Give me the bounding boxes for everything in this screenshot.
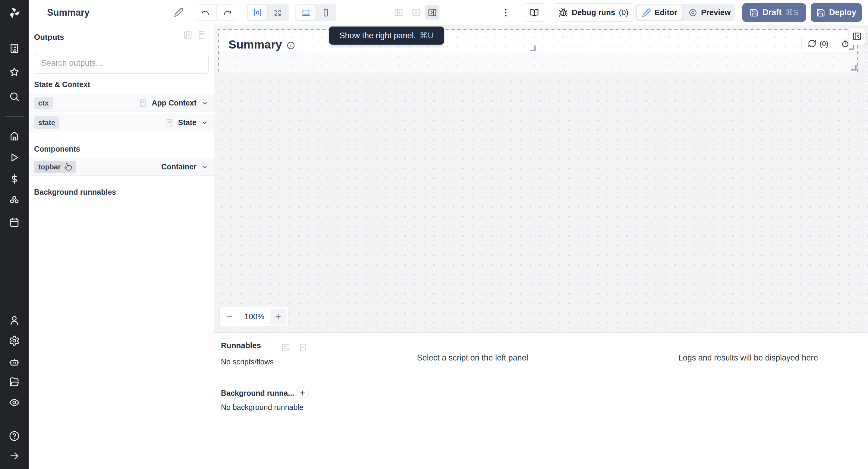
runs-play-icon[interactable]	[9, 152, 20, 163]
fullwidth-button[interactable]	[268, 5, 287, 20]
outputs-doc-icon[interactable]	[197, 30, 206, 39]
runnables-doc-icon[interactable]	[299, 343, 307, 352]
tab-preview[interactable]: Preview	[683, 5, 736, 20]
collapse-outputs-panel-icon[interactable]	[183, 30, 192, 39]
user-icon[interactable]	[9, 315, 20, 326]
topbar-badge[interactable]: topbar	[34, 161, 76, 173]
zoom-in-button[interactable]	[270, 309, 287, 324]
save-icon	[749, 8, 758, 17]
runnables-title: Runnables	[221, 341, 261, 350]
chevron-down-icon[interactable]	[201, 119, 209, 127]
output-row-ctx[interactable]: ctx App Context	[29, 94, 214, 112]
edit-title-pencil-icon[interactable]	[174, 7, 184, 17]
toggle-bottom-panel-button[interactable]	[409, 5, 424, 20]
ctx-type-label: App Context	[152, 99, 196, 107]
deploy-button[interactable]: Deploy	[811, 3, 862, 22]
toggle-right-panel-button[interactable]	[425, 5, 439, 20]
laptop-icon	[301, 8, 310, 17]
no-background-text: No background runnable	[221, 403, 304, 412]
bug-icon	[558, 8, 568, 18]
ctx-badge[interactable]: ctx	[34, 97, 53, 110]
circle-dot-icon	[688, 8, 698, 17]
state-type-label: State	[178, 118, 196, 127]
more-menu-button[interactable]	[500, 7, 511, 19]
deploy-label: Deploy	[829, 8, 856, 17]
search-outputs-input[interactable]	[34, 53, 209, 73]
draft-label: Draft	[763, 8, 781, 17]
background-runnables-label: Background runnables	[34, 188, 116, 196]
alignment-group	[247, 4, 289, 21]
chevron-down-icon[interactable]	[201, 99, 209, 107]
windmill-logo-icon[interactable]	[7, 6, 21, 20]
desktop-view-button[interactable]	[296, 5, 315, 20]
settings-gear-icon[interactable]	[9, 335, 20, 346]
canvas-zoom-control: 100%	[219, 307, 289, 326]
debug-runs-label: Debug runs	[572, 8, 615, 17]
undo-icon	[201, 8, 210, 17]
panel-right-icon	[428, 8, 437, 17]
audit-eye-icon[interactable]	[9, 397, 20, 408]
help-icon[interactable]	[9, 430, 20, 442]
undo-button[interactable]	[194, 5, 216, 20]
chevron-down-icon[interactable]	[201, 163, 209, 171]
resources-boxes-icon[interactable]	[9, 195, 20, 206]
open-right-panel-button[interactable]	[848, 28, 866, 45]
components-label: Components	[34, 145, 80, 153]
tooltip-shortcut: ⌘U	[420, 31, 434, 40]
tooltip-text: Show the right panel.	[339, 31, 416, 40]
home-icon[interactable]	[9, 130, 20, 142]
toggle-left-panel-button[interactable]	[391, 5, 406, 20]
minus-icon	[225, 313, 233, 321]
mobile-view-button[interactable]	[316, 5, 336, 20]
output-row-state[interactable]: state State	[29, 114, 214, 131]
tab-editor[interactable]: Editor	[637, 5, 683, 20]
search-icon[interactable]	[9, 91, 20, 102]
variables-dollar-icon[interactable]	[9, 173, 20, 184]
debug-runs-button[interactable]: Debug runs (0)	[553, 3, 634, 22]
folders-icon[interactable]	[9, 376, 20, 387]
select-script-hint: Select a script on the left panel	[317, 353, 628, 363]
zoom-out-button[interactable]	[220, 307, 239, 326]
redo-button[interactable]	[216, 5, 239, 20]
draft-shortcut: ⌘S	[785, 8, 798, 17]
preview-label: Preview	[701, 8, 731, 17]
outputs-panel: Outputs State & Context ctx App Context …	[29, 25, 214, 469]
editor-preview-toggle: Editor Preview	[635, 4, 735, 21]
topbar-type-label: Container	[161, 162, 196, 171]
expand-rail-arrow-icon[interactable]	[9, 450, 20, 462]
logs-placeholder: Logs and results will be displayed here	[628, 333, 868, 469]
editor-label: Editor	[655, 8, 677, 17]
resize-handle[interactable]	[851, 65, 857, 70]
add-background-runnable-button[interactable]	[296, 386, 309, 399]
undo-redo-group	[194, 4, 239, 21]
resize-handle[interactable]	[849, 44, 854, 50]
schedules-calendar-icon[interactable]	[9, 217, 20, 228]
topbar-container-selected[interactable]: Summary (0)	[218, 29, 858, 73]
state-badge[interactable]: state	[34, 116, 59, 129]
resize-handle[interactable]	[530, 45, 535, 51]
save-icon	[816, 8, 825, 17]
docs-button[interactable]	[522, 3, 547, 22]
hand-pointer-icon	[64, 163, 72, 171]
center-content-button[interactable]	[248, 5, 267, 20]
top-toolbar: Summary	[29, 0, 868, 25]
panel-left-open-icon	[852, 32, 862, 41]
background-runnables-title: Background runna...	[221, 389, 294, 398]
maximize-icon	[273, 8, 282, 17]
refresh-icon	[808, 39, 816, 48]
app-canvas[interactable]: Summary (0) Show the right panel. ⌘U 1	[214, 25, 868, 333]
no-scripts-text: No scripts/flows	[221, 357, 274, 366]
canvas-heading-block[interactable]: Summary	[228, 38, 295, 51]
workers-bot-icon[interactable]	[9, 356, 20, 368]
refresh-button[interactable]: (0)	[802, 35, 835, 52]
right-panel-tooltip: Show the right panel. ⌘U	[329, 27, 444, 44]
draft-button[interactable]: Draft ⌘S	[742, 3, 806, 22]
workspace-icon[interactable]	[9, 43, 20, 54]
device-preview-group	[295, 4, 336, 21]
collapse-bottom-panel-icon[interactable]	[281, 343, 290, 352]
outputs-title: Outputs	[34, 33, 64, 42]
info-icon[interactable]	[287, 41, 295, 50]
favorites-star-icon[interactable]	[9, 67, 20, 78]
output-row-topbar[interactable]: topbar Container	[29, 158, 214, 176]
script-editor-placeholder: Select a script on the left panel	[317, 333, 628, 469]
